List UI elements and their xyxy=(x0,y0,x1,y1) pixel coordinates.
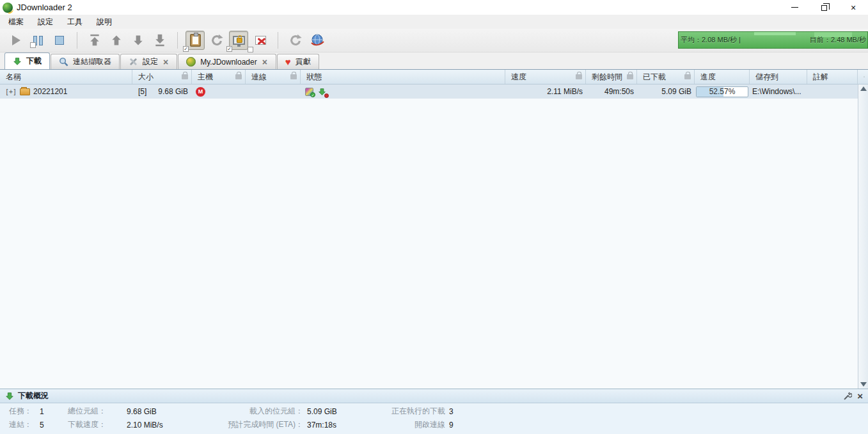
column-header-comment[interactable]: 註解 xyxy=(807,70,858,84)
menu-settings[interactable]: 設定 xyxy=(31,15,60,29)
mega-host-icon: M xyxy=(196,87,205,97)
title-bar: JDownloader 2 × xyxy=(0,0,868,15)
stat-label-open-connections: 開啟連線 xyxy=(368,419,445,430)
tab-donate[interactable]: ♥ 貢獻 xyxy=(277,54,319,69)
table-body: [+] 20221201 [5] 9.68 GiB M ✓ xyxy=(0,84,868,389)
vertical-scrollbar[interactable] xyxy=(858,84,868,389)
close-icon: × xyxy=(851,3,856,12)
column-header-status[interactable]: 狀態 xyxy=(301,70,505,84)
move-down-icon xyxy=(132,34,145,47)
tools-icon xyxy=(129,57,138,67)
stat-label-eta: 預計完成時間 (ETA)： xyxy=(194,419,303,430)
overview-title: 下載概況 xyxy=(18,390,49,401)
restore-icon xyxy=(821,5,827,11)
menu-tools[interactable]: 工具 xyxy=(60,15,90,29)
column-header-speed[interactable]: 速度 xyxy=(505,70,586,84)
jdownloader-window: JDownloader 2 × 檔案 設定 工具 說明 xyxy=(0,0,868,434)
checkbox-icon xyxy=(248,47,253,52)
pause-downloads-button[interactable] xyxy=(28,31,47,50)
column-header-loaded[interactable]: 已下載 xyxy=(637,70,695,84)
package-eta: 49m:50s xyxy=(604,87,634,96)
checkbox-checked-icon: ✓ xyxy=(183,46,189,52)
column-settings-button[interactable] xyxy=(858,70,868,84)
package-size: 9.68 GiB xyxy=(158,87,188,96)
progress-percent-label: 52.57% xyxy=(709,87,736,96)
menu-bar: 檔案 設定 工具 說明 xyxy=(0,15,868,29)
close-button[interactable]: × xyxy=(839,0,868,15)
stat-value-download-speed: 2.10 MiB/s xyxy=(127,421,191,430)
premium-lock-button[interactable]: ✓ xyxy=(229,31,248,50)
package-speed: 2.11 MiB/s xyxy=(547,87,583,96)
tab-close-icon[interactable]: × xyxy=(262,58,268,67)
magnifier-icon xyxy=(59,57,68,67)
stat-label-running-downloads: 正在執行的下載 xyxy=(368,406,445,417)
lock-icon xyxy=(237,38,242,43)
window-controls: × xyxy=(780,0,868,15)
myjd-icon xyxy=(186,57,196,67)
overview-close-icon[interactable]: × xyxy=(857,391,863,401)
download-running-icon xyxy=(318,88,326,96)
package-row[interactable]: [+] 20221201 [5] 9.68 GiB M ✓ xyxy=(0,84,858,99)
move-up-button[interactable] xyxy=(107,31,126,50)
stat-value-tasks: 1 xyxy=(40,407,64,416)
lock-icon xyxy=(290,74,297,79)
column-header-eta[interactable]: 剩餘時間 xyxy=(586,70,637,84)
tab-downloads[interactable]: 下載 xyxy=(4,52,50,69)
premium-monitor-icon xyxy=(233,36,245,45)
column-header-connections[interactable]: 連線 xyxy=(246,70,301,84)
move-to-top-button[interactable] xyxy=(85,31,104,50)
scroll-down-icon[interactable] xyxy=(860,382,867,387)
lock-icon xyxy=(235,74,242,79)
stat-value-links: 5 xyxy=(40,421,64,430)
move-to-bottom-button[interactable] xyxy=(150,31,170,50)
restore-button[interactable] xyxy=(809,0,839,15)
tab-label: 連結擷取器 xyxy=(73,56,111,67)
checkbox-checked-icon: ✓ xyxy=(226,46,232,52)
column-header-progress[interactable]: 進度 xyxy=(695,70,750,84)
menu-help[interactable]: 說明 xyxy=(90,15,119,29)
stat-label-loaded-bytes: 載入的位元組： xyxy=(194,406,303,417)
reconnect2-icon xyxy=(288,33,303,47)
folder-icon xyxy=(20,88,30,95)
overview-body: 任務： 1 總位元組： 9.68 GiB 載入的位元組： 5.09 GiB 正在… xyxy=(0,403,868,434)
download-overview-panel: 下載概況 × 任務： 1 總位元組： 9.68 GiB 載入的位元組： 5.09… xyxy=(0,389,868,434)
overview-header: 下載概況 × xyxy=(0,389,868,403)
reconnect-button[interactable] xyxy=(207,31,226,50)
lock-icon xyxy=(576,74,582,79)
minimize-icon xyxy=(791,7,798,8)
window-title: JDownloader 2 xyxy=(17,3,72,12)
tab-settings[interactable]: 設定 × xyxy=(120,54,177,69)
tab-bar: 下載 連結擷取器 設定 × My.JDownloader × ♥ 貢獻 xyxy=(0,52,868,69)
tab-linkgrabber[interactable]: 連結擷取器 xyxy=(51,54,120,69)
globe-update-icon xyxy=(310,33,325,48)
download-arrow-icon xyxy=(5,392,14,401)
comment-cell xyxy=(807,84,848,99)
tab-myjdownloader[interactable]: My.JDownloader × xyxy=(178,54,276,69)
move-down-button[interactable] xyxy=(129,31,148,50)
tab-label: 貢獻 xyxy=(296,56,311,67)
remove-disabled-links-button[interactable] xyxy=(251,31,270,50)
column-header-size[interactable]: 大小 xyxy=(132,70,192,84)
column-header-name[interactable]: 名稱 xyxy=(0,70,132,84)
lock-icon xyxy=(182,74,188,79)
tab-close-icon[interactable]: × xyxy=(162,58,169,67)
expander-icon[interactable]: [+] xyxy=(5,88,17,95)
update-globe-button[interactable] xyxy=(308,31,327,50)
column-header-saveto[interactable]: 儲存到 xyxy=(750,70,807,84)
gear-icon xyxy=(864,73,865,81)
reconnect-secondary-button[interactable] xyxy=(286,31,305,50)
menu-file[interactable]: 檔案 xyxy=(1,15,31,29)
stop-icon xyxy=(55,36,64,45)
package-save-path: E:\Windows\... xyxy=(752,87,801,96)
column-header-host[interactable]: 主機 xyxy=(192,70,246,84)
scroll-up-icon[interactable] xyxy=(860,86,867,91)
wrench-icon[interactable] xyxy=(844,392,852,400)
minimize-button[interactable] xyxy=(780,0,809,15)
stop-downloads-button[interactable] xyxy=(50,31,69,50)
archive-status-icon: ✓ xyxy=(305,88,313,96)
clipboard-observer-button[interactable]: ✓ xyxy=(185,31,205,50)
start-downloads-button[interactable] xyxy=(6,31,26,50)
pause-icon xyxy=(33,36,43,45)
current-speed-label: 目前：2.48 MB/秒 xyxy=(810,35,866,45)
download-arrow-icon xyxy=(13,57,22,66)
